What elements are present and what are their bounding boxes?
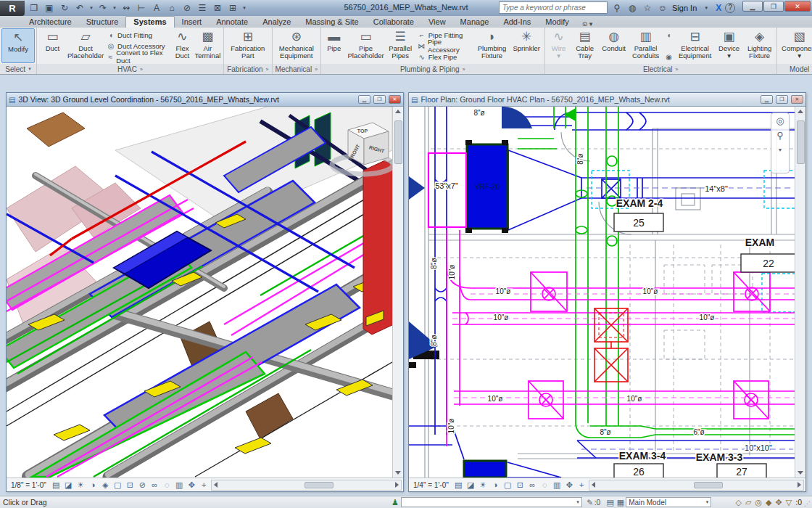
duct-annotation[interactable]: 8"ø <box>576 153 584 164</box>
open-icon[interactable]: ❒ <box>28 1 41 15</box>
detail-level-icon[interactable]: ▤ <box>51 480 62 491</box>
rendering-icon[interactable]: ◈ <box>100 480 111 491</box>
fabrication-part-button[interactable]: ⊞Fabrication Part <box>225 28 270 63</box>
a360-icon[interactable]: X <box>716 3 721 13</box>
duct-annotation[interactable]: 8"ø <box>430 258 438 269</box>
sun-path-icon[interactable]: ☀ <box>478 480 489 491</box>
tab-add-ins[interactable]: Add-Ins <box>496 17 538 28</box>
select-pinned-icon[interactable]: ◎ <box>755 498 762 507</box>
3d-model-canvas[interactable]: TOP FRONT RIGHT <box>7 107 392 478</box>
panel-expander-icon[interactable]: » <box>463 67 465 72</box>
duct-annotation[interactable]: 10"ø <box>447 419 455 434</box>
design-option-dropdown[interactable]: Main Model▾ <box>626 497 711 507</box>
navbar-dropdown-icon[interactable]: ▾ <box>779 145 782 155</box>
redo-icon[interactable]: ↷ <box>96 1 109 15</box>
panel-label[interactable]: Model <box>777 64 812 74</box>
duct-annotation[interactable]: 6"ø <box>693 428 704 436</box>
pipe-placeholder-button[interactable]: ▭Pipe Placeholder <box>347 28 386 63</box>
view-scale[interactable]: 1/8" = 1'-0" <box>7 481 51 489</box>
panel-label[interactable]: HVAC» <box>37 64 223 74</box>
select-links-icon[interactable]: ◇ <box>736 498 742 507</box>
undo-icon[interactable]: ↶ <box>73 1 86 15</box>
duct-annotation[interactable]: EXAM 2-4 <box>616 197 663 209</box>
viewport-3d-titlebar[interactable]: ▤ 3D View: 3D Ground Level Coordination … <box>7 93 403 107</box>
mechanical-equipment-button[interactable]: ⊛Mechanical Equipment <box>274 28 319 63</box>
floor-plan-canvas[interactable]: 25222627 8"ø8"ø53"x7"VRF-2014"x8"EXAM 2-… <box>409 107 795 478</box>
duct-fitting-button[interactable]: ◖Duct Fitting <box>107 30 169 40</box>
crop-view-icon[interactable]: ▢ <box>112 480 123 491</box>
favorites-icon[interactable]: ☆ <box>642 3 653 13</box>
duct-annotation[interactable]: 10"ø <box>494 314 509 321</box>
parallel-conduits-button[interactable]: ▥Parallel Conduits <box>630 28 662 63</box>
conduit-button[interactable]: ◍Conduit <box>599 28 629 63</box>
zoom-icon[interactable]: ⚲ <box>776 131 784 141</box>
help-icon[interactable]: ? <box>725 3 735 13</box>
duct-annotation[interactable]: 10"ø <box>488 395 503 403</box>
hide-isolate-icon[interactable]: ∞ <box>527 480 538 491</box>
visual-style-icon[interactable]: ◪ <box>465 480 476 491</box>
vertical-scrollbar[interactable] <box>795 107 805 478</box>
navigation-bar[interactable]: ◎ ⚲ ▾ <box>771 112 790 173</box>
horizontal-scrollbar[interactable] <box>589 480 804 491</box>
reveal-hidden-icon[interactable]: ◌ <box>539 480 550 491</box>
select-underlay-icon[interactable]: ▱ <box>745 498 751 507</box>
conduit-fitting-button[interactable]: ◉ <box>665 52 674 62</box>
sun-path-icon[interactable]: ☀ <box>75 480 86 491</box>
panel-expander-icon[interactable]: » <box>266 67 269 72</box>
revit-app-button[interactable]: R <box>0 1 25 16</box>
panel-label[interactable]: Electrical» <box>545 64 776 74</box>
select-by-face-icon[interactable]: ◆ <box>766 498 771 507</box>
unlock-view-icon[interactable]: ⊘ <box>137 480 148 491</box>
cable-tray-button[interactable]: ▤Cable Tray <box>572 28 598 63</box>
default-3d-view-icon[interactable]: ⌂ <box>165 1 178 15</box>
duct-annotation[interactable]: EXAM 3-4 <box>619 450 666 462</box>
view-close-button[interactable]: ✕ <box>389 95 401 104</box>
lighting-fixture-button[interactable]: ◈Lighting Fixture <box>745 28 775 63</box>
component-button[interactable]: ▧Component ▾ <box>779 28 812 63</box>
view-close-button[interactable]: ✕ <box>791 95 803 104</box>
worksharing-icon[interactable]: ✥ <box>564 480 575 491</box>
constraints-icon[interactable]: + <box>576 480 587 491</box>
constraints-icon[interactable]: + <box>199 480 210 491</box>
view-minimize-button[interactable]: ▁ <box>358 95 370 104</box>
pipe-accessory-button[interactable]: ⋈Pipe Accessory <box>418 41 472 51</box>
duct-annotation[interactable]: 10"ø <box>496 287 511 295</box>
show-crop-icon[interactable]: ⊡ <box>515 480 526 491</box>
sprinkler-button[interactable]: ✳Sprinkler <box>510 28 543 63</box>
electrical-equipment-button[interactable]: ⊟Electrical Equipment <box>676 28 714 63</box>
duct-annotation[interactable]: 10"ø <box>448 265 456 280</box>
duct-annotation[interactable]: 8"ø <box>473 109 484 117</box>
flex-pipe-button[interactable]: ∿Flex Pipe <box>418 52 472 62</box>
duct-annotation[interactable]: 10"ø <box>700 314 715 321</box>
duct-button[interactable]: ▭Duct <box>38 28 67 63</box>
temp-view-icon[interactable]: ▥ <box>552 480 563 491</box>
view-scale[interactable]: 1/4" = 1'-0" <box>409 481 453 489</box>
search-icon[interactable]: ⚲ <box>611 3 623 13</box>
communication-center-icon[interactable]: ◍ <box>626 3 638 13</box>
shadows-icon[interactable]: ◑ <box>490 480 501 491</box>
flex-duct-button[interactable]: ∿Flex Duct <box>172 28 193 63</box>
worksets-icon[interactable]: ♟ <box>392 498 399 507</box>
duct-annotation[interactable]: VRF-20 <box>475 183 500 191</box>
undo-dropdown[interactable]: ▾ <box>88 1 94 15</box>
signin-icon[interactable]: ☺ <box>657 3 668 13</box>
panel-label[interactable]: Select▾ <box>0 64 36 74</box>
exclude-options-icon[interactable]: ▦ <box>617 498 624 507</box>
text-icon[interactable]: A <box>150 1 163 15</box>
measure-icon[interactable]: ↭ <box>120 1 133 15</box>
show-crop-icon[interactable]: ⊡ <box>125 480 136 491</box>
signin-dropdown-icon[interactable]: ▾ <box>700 5 712 11</box>
section-icon[interactable]: ⊘ <box>181 1 194 15</box>
tab-systems[interactable]: Systems <box>125 16 174 28</box>
pipe-button[interactable]: ▬Pipe <box>323 28 346 63</box>
signin-label[interactable]: Sign In <box>672 4 697 12</box>
panel-expander-icon[interactable]: » <box>675 67 678 72</box>
duct-placeholder-button[interactable]: ▱Duct Placeholder <box>67 28 104 63</box>
minimize-button[interactable]: ▁ <box>742 1 763 12</box>
sync-icon[interactable]: ↻ <box>58 1 71 15</box>
air-terminal-button[interactable]: ▩Air Terminal <box>194 28 222 63</box>
cable-tray-fitting-button[interactable]: ◖ <box>665 30 674 40</box>
tab-view[interactable]: View <box>421 17 453 28</box>
device-button[interactable]: ▣Device ▾ <box>715 28 744 63</box>
crop-view-icon[interactable]: ▢ <box>502 480 513 491</box>
